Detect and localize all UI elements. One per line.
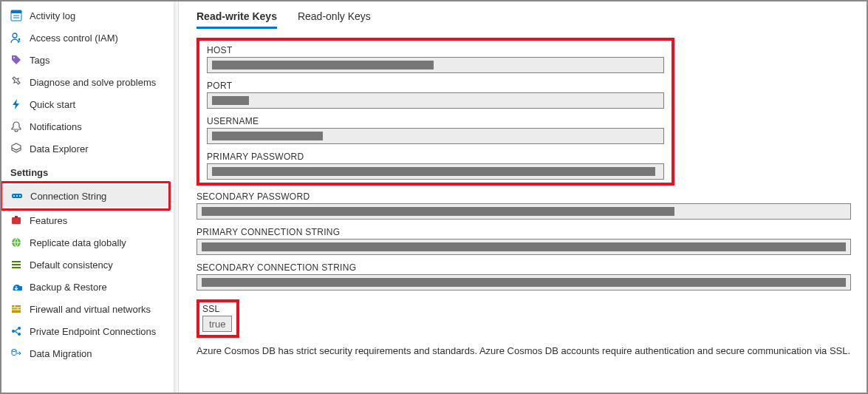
redacted-value <box>212 167 655 176</box>
sidebar-item-label: Activity log <box>30 10 75 21</box>
ssl-value-box[interactable]: true <box>202 316 232 332</box>
svg-rect-14 <box>12 261 21 262</box>
sidebar-highlight: Connection String <box>0 181 171 211</box>
sidebar-item-label: Replicate data globally <box>30 237 126 248</box>
field-label: SSL <box>202 304 232 314</box>
svg-point-24 <box>18 333 21 336</box>
highlighted-credentials-block: HOST PORT USERNAME PRIMARY PASSWORD <box>197 38 674 186</box>
main-panel: Read-write Keys Read-only Keys HOST PORT… <box>179 1 867 393</box>
redacted-value <box>202 207 674 216</box>
field-primary-connection-string: PRIMARY CONNECTION STRING <box>197 227 862 255</box>
sidebar-item-label: Notifications <box>30 121 82 132</box>
sidebar-item-backup[interactable]: Backup & Restore <box>1 276 178 298</box>
sidebar-item-features[interactable]: Features <box>1 209 178 231</box>
quick-start-icon <box>10 98 22 110</box>
svg-point-25 <box>12 350 16 352</box>
sidebar-item-label: Connection String <box>30 191 106 202</box>
tab-read-only-keys[interactable]: Read-only Keys <box>298 10 371 29</box>
field-secondary-password: SECONDARY PASSWORD <box>197 191 862 220</box>
field-label: SECONDARY CONNECTION STRING <box>197 262 862 273</box>
field-label: PRIMARY PASSWORD <box>207 152 664 162</box>
tags-icon <box>10 54 22 66</box>
primary-password-input[interactable] <box>207 163 664 180</box>
field-label: USERNAME <box>207 116 664 126</box>
sidebar-item-activity-log[interactable]: Activity log <box>1 4 178 27</box>
sidebar-item-tags[interactable]: Tags <box>1 49 178 71</box>
redacted-value <box>202 242 846 251</box>
field-label: PRIMARY CONNECTION STRING <box>197 227 862 237</box>
primary-connection-string-input[interactable] <box>197 239 851 255</box>
svg-point-23 <box>18 327 21 330</box>
svg-point-8 <box>13 195 15 197</box>
username-input[interactable] <box>207 128 664 144</box>
redacted-value <box>202 278 846 287</box>
sidebar-item-label: Private Endpoint Connections <box>30 326 156 337</box>
replicate-icon <box>10 237 22 248</box>
field-username: USERNAME <box>207 116 664 144</box>
sidebar-item-quick-start[interactable]: Quick start <box>1 93 178 115</box>
svg-rect-16 <box>12 267 21 268</box>
notifications-icon <box>10 120 22 132</box>
sidebar-item-label: Tags <box>30 55 49 66</box>
sidebar-item-firewall[interactable]: Firewall and virtual networks <box>1 298 178 320</box>
svg-rect-1 <box>11 10 21 13</box>
host-input[interactable] <box>207 57 664 73</box>
sidebar-item-private-endpoint[interactable]: Private Endpoint Connections <box>1 320 178 342</box>
redacted-value <box>212 132 323 140</box>
private-endpoint-icon <box>10 325 22 337</box>
field-host: HOST <box>207 45 664 73</box>
sidebar-item-label: Access control (IAM) <box>30 33 118 44</box>
svg-point-6 <box>13 57 15 58</box>
diagnose-icon <box>10 76 22 88</box>
access-control-icon <box>10 32 22 44</box>
svg-rect-15 <box>12 264 21 265</box>
sidebar-item-label: Backup & Restore <box>30 282 107 293</box>
svg-point-4 <box>13 33 17 38</box>
secondary-connection-string-input[interactable] <box>197 274 851 291</box>
sidebar-section-settings: Settings <box>1 160 178 183</box>
features-icon <box>10 214 22 226</box>
redacted-value <box>212 61 434 69</box>
svg-rect-11 <box>12 217 21 224</box>
sidebar-item-access-control[interactable]: Access control (IAM) <box>1 27 178 49</box>
sidebar-item-notifications[interactable]: Notifications <box>1 115 178 137</box>
sidebar-item-replicate[interactable]: Replicate data globally <box>1 231 178 254</box>
port-input[interactable] <box>207 92 664 109</box>
sidebar-item-label: Default consistency <box>30 259 113 271</box>
tabs: Read-write Keys Read-only Keys <box>197 10 867 29</box>
connection-string-icon <box>11 190 23 202</box>
sidebar-item-label: Firewall and virtual networks <box>30 304 151 315</box>
sidebar-item-consistency[interactable]: Default consistency <box>1 254 178 276</box>
ssl-highlight: SSL true <box>197 299 239 338</box>
field-port: PORT <box>207 81 664 109</box>
sidebar: Activity log Access control (IAM) Tags D… <box>1 1 179 393</box>
redacted-value <box>212 96 249 105</box>
data-migration-icon <box>10 347 22 359</box>
field-label: SECONDARY PASSWORD <box>197 191 862 202</box>
field-label: PORT <box>207 81 664 91</box>
sidebar-item-label: Data Explorer <box>30 143 88 154</box>
data-explorer-icon <box>10 143 22 154</box>
firewall-icon <box>10 303 22 315</box>
sidebar-item-label: Diagnose and solve problems <box>30 77 156 88</box>
sidebar-item-label: Data Migration <box>30 348 92 359</box>
field-label: HOST <box>207 45 664 55</box>
sidebar-item-diagnose[interactable]: Diagnose and solve problems <box>1 71 178 93</box>
tab-read-write-keys[interactable]: Read-write Keys <box>197 10 277 29</box>
ssl-value: true <box>209 319 225 330</box>
sidebar-item-connection-string[interactable]: Connection String <box>2 185 168 207</box>
svg-point-10 <box>19 195 21 197</box>
sidebar-item-data-migration[interactable]: Data Migration <box>1 342 178 364</box>
svg-rect-17 <box>12 305 21 313</box>
footer-note: Azure Cosmos DB has strict security requ… <box>197 345 867 356</box>
sidebar-item-data-explorer[interactable]: Data Explorer <box>1 137 178 160</box>
svg-rect-12 <box>15 216 18 218</box>
field-secondary-connection-string: SECONDARY CONNECTION STRING <box>197 262 862 291</box>
activity-log-icon <box>10 10 22 21</box>
svg-point-22 <box>12 330 15 333</box>
secondary-password-input[interactable] <box>197 203 851 220</box>
sidebar-item-label: Quick start <box>30 99 75 110</box>
svg-point-9 <box>16 195 18 197</box>
field-primary-password: PRIMARY PASSWORD <box>207 152 664 180</box>
svg-point-5 <box>18 38 20 40</box>
